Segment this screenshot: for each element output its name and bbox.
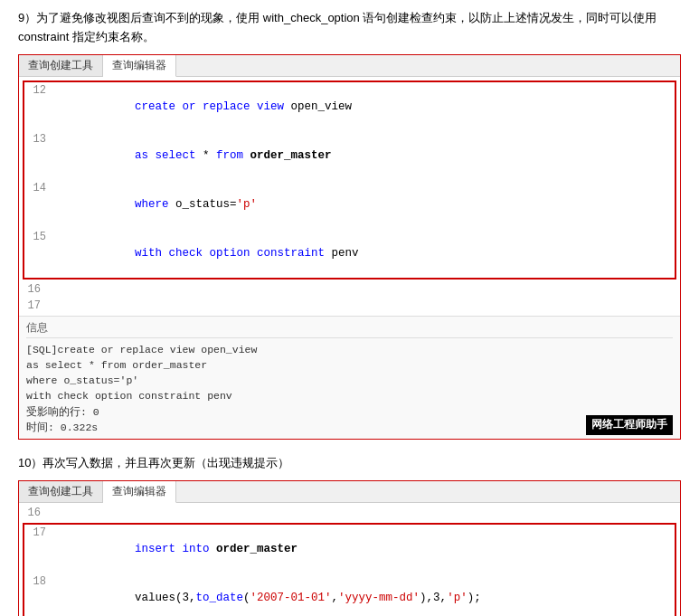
tab-query-editor-1[interactable]: 查询编辑器 (103, 55, 176, 77)
code-line-13: 13 as select * from order_master (24, 131, 675, 180)
info-section-1: 信息 [SQL]create or replace view open_view… (19, 316, 680, 440)
code-line-16b: 16 (19, 505, 680, 521)
panel-1-tabs: 查询创建工具 查询编辑器 (19, 55, 680, 77)
tab-query-editor-2[interactable]: 查询编辑器 (103, 481, 176, 503)
section-10-text: 10）再次写入数据，并且再次更新（出现违规提示） (18, 454, 681, 473)
code-line-18: 18 values(3,to_date('2007-01-01','yyyy-m… (24, 573, 675, 616)
section-9-text: 9）为了避免修改视图后查询不到的现象，使用 with_check_option … (18, 9, 681, 47)
code-line-17a: 17 (19, 298, 680, 314)
panel-2: 查询创建工具 查询编辑器 16 17 insert into order_mas… (18, 480, 681, 616)
code-line-15: 15 with check option constraint penv (24, 229, 675, 278)
code-line-17b: 17 insert into order_master (24, 525, 675, 573)
info-content-1: [SQL]create or replace view open_view as… (26, 342, 673, 436)
info-label-1: 信息 (26, 320, 673, 338)
code-area-2: 16 17 insert into order_master 18 values… (19, 503, 680, 616)
code-area-1: 12 create or replace view open_view 13 a… (19, 77, 680, 316)
watermark-1: 网络工程师助手 (586, 415, 673, 435)
section-9: 9）为了避免修改视图后查询不到的现象，使用 with_check_option … (18, 9, 681, 440)
tab-query-builder-1[interactable]: 查询创建工具 (19, 55, 103, 76)
panel-2-tabs: 查询创建工具 查询编辑器 (19, 481, 680, 503)
code-line-14: 14 where o_status='p' (24, 180, 675, 229)
code-line-16a: 16 (19, 281, 680, 298)
tab-query-builder-2[interactable]: 查询创建工具 (19, 481, 103, 502)
panel-1: 查询创建工具 查询编辑器 12 create or replace view o… (18, 54, 681, 441)
code-line-12: 12 create or replace view open_view (24, 82, 675, 131)
section-10: 10）再次写入数据，并且再次更新（出现违规提示） 查询创建工具 查询编辑器 16… (18, 454, 681, 616)
